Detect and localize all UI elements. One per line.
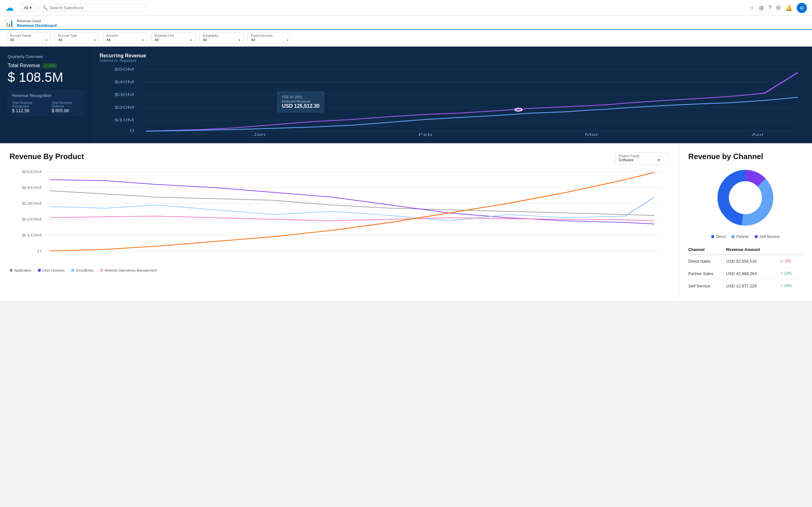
trend-up-icon-2: ↗ bbox=[780, 284, 783, 288]
svg-text:$50M: $50M bbox=[114, 67, 134, 71]
quarterly-label: Quarterly Overview bbox=[8, 54, 84, 59]
legend-smartbytes-label: SmartBytes bbox=[76, 268, 94, 272]
legend-self-service: Self Service bbox=[755, 234, 780, 239]
svg-text:$30M: $30M bbox=[21, 202, 42, 205]
filter-arrow-icon-3: ▾ bbox=[190, 38, 192, 42]
rev-rec-deferred-label: Total Revenue Deferred bbox=[52, 101, 80, 108]
legend-direct-dot bbox=[711, 235, 714, 238]
filter-value-3: All bbox=[154, 38, 159, 42]
rev-rec-title: Revenue Recognition bbox=[12, 93, 80, 98]
legend-smartbytes: SmartBytes bbox=[71, 268, 94, 272]
svg-point-33 bbox=[729, 181, 762, 214]
filter-value-5: All bbox=[251, 38, 255, 42]
help-icon[interactable]: ? bbox=[768, 4, 771, 11]
nav-all-label: All bbox=[24, 5, 28, 10]
filter-value-row-1: All ▾ bbox=[58, 38, 96, 42]
legend-partner-dot bbox=[731, 235, 734, 238]
filter-arrow-icon-4: ▾ bbox=[239, 38, 240, 42]
svg-text:$20M: $20M bbox=[21, 217, 42, 221]
filter-account-type[interactable]: Account Type All ▾ bbox=[55, 32, 99, 44]
filter-value-row-0: All ▾ bbox=[10, 38, 47, 42]
chart-subtitle: Deferred vs. Regonized bbox=[100, 59, 804, 62]
channel-name: Direct Sales bbox=[688, 255, 726, 268]
filter-arrow-icon-0: ▾ bbox=[46, 38, 47, 42]
recurring-chart-panel: Recurring Revenue Deferred vs. Regonized… bbox=[92, 47, 812, 143]
filter-business-unit[interactable]: Business Unit All ▾ bbox=[151, 32, 195, 44]
filter-account[interactable]: Account All ▾ bbox=[103, 32, 147, 44]
legend-direct: Direct bbox=[711, 234, 726, 239]
trend-value: 12% bbox=[48, 64, 55, 67]
col-channel: Channel bbox=[688, 245, 726, 255]
svg-point-16 bbox=[515, 108, 522, 111]
salesforce-logo-icon: ☁ bbox=[5, 3, 14, 13]
filter-value-row-3: All ▾ bbox=[154, 38, 192, 42]
search-input[interactable] bbox=[49, 5, 141, 10]
filter-account-owner[interactable]: Account Owner All ▾ bbox=[6, 32, 51, 44]
donut-chart bbox=[688, 166, 803, 229]
total-revenue-label: Total Revenue ↗ 12% bbox=[8, 63, 84, 68]
chart-container: $50M $40M $30M $20M $10M 0 Jan Feb Mar A… bbox=[100, 66, 804, 137]
trend-badge: ↗ 12% bbox=[43, 63, 57, 68]
table-row: Partner Sales USD 42,868,264 ↗ 12% bbox=[688, 268, 803, 280]
svg-text:$40M: $40M bbox=[114, 80, 134, 84]
bottom-section: Revenue By Product Product Family Softwa… bbox=[0, 143, 812, 301]
channel-amount: USD 12,977,220 bbox=[726, 280, 778, 292]
table-row: Direct Sales USD 52,654,516 ↘ -2% bbox=[688, 255, 803, 268]
top-section: Quarterly Overview Total Revenue ↗ 12% $… bbox=[0, 47, 812, 143]
svg-text:0: 0 bbox=[130, 129, 134, 133]
svg-text:$10M: $10M bbox=[21, 233, 42, 237]
app-title-sub: Revenue Dashboard bbox=[17, 23, 57, 28]
filter-arrow-icon-5: ▾ bbox=[287, 38, 288, 42]
avatar[interactable]: U bbox=[797, 3, 807, 13]
svg-text:$30M: $30M bbox=[114, 93, 134, 97]
search-bar[interactable]: 🔍 bbox=[38, 4, 146, 12]
favorites-icon[interactable]: ☆ bbox=[750, 4, 755, 11]
filter-parent-account[interactable]: Parent Account All ▾ bbox=[247, 32, 292, 44]
search-icon: 🔍 bbox=[43, 5, 48, 10]
channel-amount: USD 52,654,516 bbox=[726, 255, 778, 268]
legend-self-service-dot bbox=[755, 235, 758, 238]
legend-network-ops: Network Operations Management bbox=[100, 268, 157, 272]
product-filter-label: Product Family bbox=[618, 154, 660, 158]
left-panel: Quarterly Overview Total Revenue ↗ 12% $… bbox=[0, 47, 92, 143]
svg-text:Jan: Jan bbox=[253, 132, 266, 136]
channel-section-title: Revenue by Channel bbox=[688, 152, 803, 161]
nav-search-area: All ▾ 🔍 bbox=[20, 4, 746, 12]
svg-text:Apr: Apr bbox=[752, 132, 764, 136]
donut-svg bbox=[714, 166, 777, 229]
filter-label-4: Geography bbox=[203, 34, 240, 38]
channel-change: ↘ -2% bbox=[777, 255, 803, 268]
total-revenue-text: Total Revenue bbox=[8, 63, 40, 68]
svg-text:$40M: $40M bbox=[21, 186, 42, 189]
rev-rec-recognized-label: Total Revenue Recognized bbox=[12, 101, 44, 108]
legend-user-licenses-label: User Licenses bbox=[43, 268, 65, 272]
filter-value-row-4: All ▾ bbox=[203, 38, 240, 42]
product-legend: Application User Licenses SmartBytes Net… bbox=[9, 268, 669, 272]
product-section-title: Revenue By Product bbox=[9, 152, 84, 161]
filter-label-1: Account Type bbox=[58, 34, 96, 38]
legend-partner: Partner bbox=[731, 234, 749, 239]
donut-legend: Direct Partner Self Service bbox=[688, 234, 803, 239]
nav-all-select[interactable]: All ▾ bbox=[20, 4, 35, 12]
filter-label-5: Parent Account bbox=[251, 34, 288, 38]
big-number: $ 108.5M bbox=[8, 70, 84, 85]
channel-table: Channel Revenue Amount Direct Sales USD … bbox=[688, 245, 803, 292]
change-badge-up-2: ↗ 34% bbox=[777, 283, 794, 289]
product-filter-chevron-icon: ▾ bbox=[658, 158, 660, 162]
channel-change: ↗ 12% bbox=[777, 268, 803, 280]
svg-text:Mar: Mar bbox=[585, 132, 599, 136]
filter-geography[interactable]: Geography All ▾ bbox=[199, 32, 244, 44]
bell-icon[interactable]: 🔔 bbox=[785, 4, 792, 11]
filter-value-2: All bbox=[106, 38, 110, 42]
legend-application: Application bbox=[9, 268, 32, 272]
filter-arrow-icon-2: ▾ bbox=[142, 38, 144, 42]
trend-down-icon: ↘ bbox=[780, 259, 783, 263]
product-filter-value-row: Software ▾ bbox=[618, 158, 660, 162]
filter-value-row-2: All ▾ bbox=[106, 38, 144, 42]
legend-user-licenses: User Licenses bbox=[38, 268, 65, 272]
product-family-select[interactable]: Product Family Software ▾ bbox=[615, 152, 669, 164]
trend-up-icon: ↗ bbox=[780, 271, 783, 276]
svg-text:0: 0 bbox=[38, 249, 42, 253]
add-icon[interactable]: ⊞ bbox=[759, 4, 764, 11]
settings-icon[interactable]: ⚙ bbox=[776, 4, 781, 11]
